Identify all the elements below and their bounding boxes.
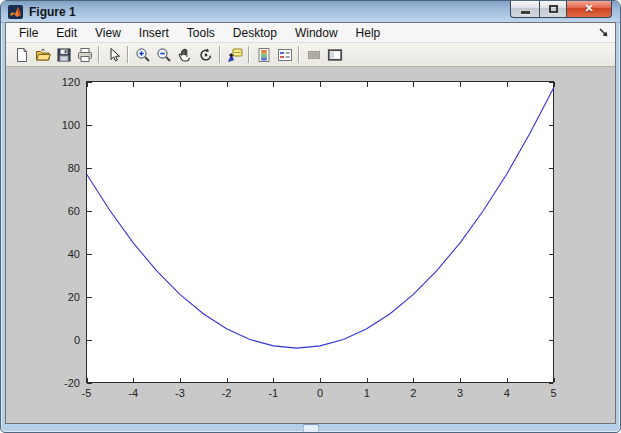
zoom-in-icon (135, 47, 151, 63)
toolbar (6, 43, 615, 67)
y-tick-label: 120 (62, 76, 80, 88)
x-tick-label: 3 (457, 387, 463, 399)
minimize-button[interactable] (510, 0, 539, 18)
x-tick-label: 4 (504, 387, 510, 399)
menu-bar: FileEditViewInsertToolsDesktopWindowHelp (6, 23, 615, 43)
menu-item-view[interactable]: View (86, 24, 130, 42)
edit-plot-button[interactable] (103, 45, 124, 65)
x-tick-label: -4 (128, 387, 138, 399)
window-title: Figure 1 (29, 5, 76, 19)
hide-plot-tools-icon (306, 47, 322, 63)
rotate-3d-icon (198, 47, 214, 63)
close-button[interactable]: ✕ (567, 0, 612, 18)
matlab-logo-icon (8, 5, 23, 19)
edit-plot-icon (106, 47, 122, 63)
toolbar-separator (298, 46, 300, 63)
menu-item-tools[interactable]: Tools (178, 24, 224, 42)
figure-canvas: -5-4-3-2-1012345-20020406080100120 (6, 67, 615, 423)
maximize-button[interactable] (539, 0, 567, 18)
x-tick-label: 0 (317, 387, 323, 399)
x-tick-label: -5 (82, 387, 92, 399)
open-file-button[interactable] (32, 45, 53, 65)
resize-grip[interactable] (302, 424, 319, 432)
y-tick-label: 0 (74, 334, 80, 346)
plot-svg (86, 81, 554, 383)
show-plot-tools-button[interactable] (324, 45, 345, 65)
x-tick-label: -2 (222, 387, 232, 399)
menu-item-help[interactable]: Help (347, 24, 390, 42)
curve-line (87, 88, 554, 348)
zoom-in-button[interactable] (132, 45, 153, 65)
y-tick-label: 100 (62, 119, 80, 131)
y-tick-label: 40 (68, 248, 80, 260)
toolbar-separator (219, 46, 221, 63)
new-figure-button[interactable] (11, 45, 32, 65)
x-tick-label: 1 (364, 387, 370, 399)
x-tick-label: 5 (550, 387, 556, 399)
figure-window: Figure 1 ✕ FileEditViewInsertToolsDeskto… (0, 0, 621, 433)
save-figure-button[interactable] (53, 45, 74, 65)
menu-item-desktop[interactable]: Desktop (224, 24, 286, 42)
menu-item-edit[interactable]: Edit (47, 24, 86, 42)
rotate-3d-button[interactable] (195, 45, 216, 65)
toolbar-separator (127, 46, 129, 63)
maximize-icon (549, 5, 558, 13)
minimize-icon (521, 11, 530, 14)
axes-box (87, 82, 554, 383)
menu-item-insert[interactable]: Insert (130, 24, 178, 42)
insert-colorbar-icon (256, 47, 272, 63)
pan-button[interactable] (174, 45, 195, 65)
toolbar-separator (248, 46, 250, 63)
data-cursor-button[interactable] (224, 45, 245, 65)
y-tick-label: 20 (68, 291, 80, 303)
y-tick-label: 80 (68, 162, 80, 174)
close-icon: ✕ (584, 3, 593, 14)
plot-axes[interactable]: -5-4-3-2-1012345-20020406080100120 (86, 81, 554, 383)
y-tick-label: -20 (64, 377, 80, 389)
zoom-out-icon (156, 47, 172, 63)
open-file-icon (35, 47, 51, 63)
menu-item-file[interactable]: File (10, 24, 47, 42)
data-cursor-icon (227, 47, 243, 63)
hide-plot-tools-button (303, 45, 324, 65)
pan-icon (177, 47, 193, 63)
window-controls: ✕ (510, 0, 612, 18)
title-bar[interactable]: Figure 1 ✕ (1, 1, 620, 23)
figure-client-area: FileEditViewInsertToolsDesktopWindowHelp… (5, 22, 616, 424)
x-tick-label: 2 (410, 387, 416, 399)
x-tick-label: -3 (175, 387, 185, 399)
show-plot-tools-icon (327, 47, 343, 63)
dock-arrow-icon (598, 27, 609, 38)
print-figure-icon (77, 47, 93, 63)
insert-colorbar-button[interactable] (253, 45, 274, 65)
menu-item-window[interactable]: Window (286, 24, 347, 42)
toolbar-separator (98, 46, 100, 63)
save-figure-icon (56, 47, 72, 63)
insert-legend-button[interactable] (274, 45, 295, 65)
print-figure-button[interactable] (74, 45, 95, 65)
insert-legend-icon (277, 47, 293, 63)
y-tick-label: 60 (68, 205, 80, 217)
new-figure-icon (14, 47, 30, 63)
x-tick-label: -1 (268, 387, 278, 399)
dock-figure-button[interactable] (596, 26, 610, 40)
zoom-out-button[interactable] (153, 45, 174, 65)
